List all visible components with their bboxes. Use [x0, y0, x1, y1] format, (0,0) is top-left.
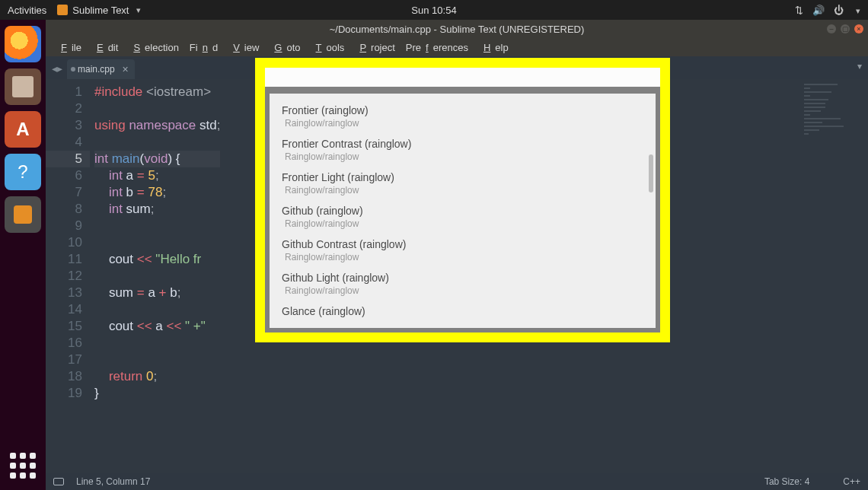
code-view[interactable]: #include <iostream> using namespace std;… [90, 79, 220, 473]
status-panel-icon[interactable] [53, 478, 64, 485]
app-menu[interactable]: Sublime Text [57, 5, 141, 16]
palette-item-title: Frontier Light (rainglow) [282, 171, 656, 183]
network-icon[interactable]: ⇅ [795, 5, 803, 16]
palette-scrollbar[interactable] [649, 154, 653, 192]
line-gutter: 12345678910111213141516171819 [46, 79, 90, 473]
menu-file[interactable]: File [52, 40, 86, 55]
palette-item[interactable]: Github Light (rainglow)Rainglow/rainglow [282, 272, 656, 296]
launcher-sublime[interactable] [5, 196, 41, 233]
unity-launcher: ? [0, 20, 46, 490]
palette-item[interactable]: Github (rainglow)Rainglow/rainglow [282, 205, 656, 229]
sublime-icon [57, 5, 68, 15]
palette-item[interactable]: Frontier (rainglow)Rainglow/rainglow [282, 104, 656, 129]
app-menu-label: Sublime Text [72, 5, 129, 16]
command-palette-highlight: Frontier (rainglow)Rainglow/rainglowFron… [255, 58, 670, 342]
launcher-files[interactable] [5, 68, 41, 105]
volume-icon[interactable]: 🔊 [812, 5, 825, 16]
launcher-firefox[interactable] [5, 26, 41, 62]
palette-item-title: Github Contrast (rainglow) [282, 238, 656, 250]
tab-nav-arrows[interactable]: ◂▸ [49, 62, 67, 79]
command-palette-input[interactable] [265, 68, 660, 87]
menu-edit[interactable]: Edit [88, 40, 123, 55]
command-palette-list[interactable]: Frontier (rainglow)Rainglow/rainglowFron… [270, 94, 656, 328]
palette-item-sub: Rainglow/rainglow [282, 118, 656, 129]
window-maximize-button[interactable]: ▢ [841, 24, 850, 33]
palette-item-title: Github (rainglow) [282, 205, 656, 217]
panel-clock[interactable]: Sun 10:54 [411, 5, 456, 16]
window-title: ~/Documents/main.cpp - Sublime Text (UNR… [330, 24, 585, 35]
palette-item-sub: Rainglow/rainglow [282, 285, 656, 296]
palette-item-sub: Rainglow/rainglow [282, 185, 656, 196]
power-icon[interactable]: ⏻ [834, 5, 844, 16]
palette-item[interactable]: Frontier Contrast (rainglow)Rainglow/rai… [282, 138, 656, 162]
show-apps-button[interactable] [8, 450, 38, 481]
palette-item[interactable]: Glance (rainglow) [282, 305, 656, 317]
menu-project[interactable]: Project [350, 40, 399, 55]
gnome-top-panel: Activities Sublime Text Sun 10:54 ⇅ 🔊 ⏻ [0, 0, 868, 20]
status-syntax[interactable]: C++ [843, 476, 860, 487]
launcher-help[interactable]: ? [5, 154, 41, 190]
palette-item-title: Frontier (rainglow) [282, 104, 656, 116]
menu-bar: FileEditSelectionFindViewGotoToolsProjec… [46, 38, 868, 56]
palette-item[interactable]: Github Contrast (rainglow)Rainglow/raing… [282, 238, 656, 262]
menu-find[interactable]: Find [185, 40, 222, 55]
window-close-button[interactable]: × [854, 24, 863, 33]
status-tab-size[interactable]: Tab Size: 4 [764, 476, 809, 487]
menu-tools[interactable]: Tools [307, 40, 349, 55]
palette-item-sub: Rainglow/rainglow [282, 252, 656, 262]
menu-preferences[interactable]: Preferences [401, 40, 473, 55]
system-menu-icon[interactable] [853, 5, 860, 16]
menu-selection[interactable]: Selection [124, 40, 183, 55]
window-minimize-button[interactable]: – [827, 24, 836, 33]
palette-item-sub: Rainglow/rainglow [282, 151, 656, 162]
tab-overflow-button[interactable]: ▾ [857, 61, 862, 72]
launcher-software[interactable] [5, 111, 41, 148]
activities-button[interactable]: Activities [8, 5, 46, 16]
status-bar: Line 5, Column 17 Tab Size: 4 C++ [46, 473, 868, 490]
tab-label: main.cpp [78, 64, 115, 75]
palette-item-title: Glance (rainglow) [282, 305, 656, 317]
palette-item-title: Github Light (rainglow) [282, 272, 656, 284]
menu-view[interactable]: View [224, 40, 263, 55]
minimap[interactable] [804, 84, 865, 129]
command-palette: Frontier (rainglow)Rainglow/rainglowFron… [265, 68, 660, 332]
palette-item[interactable]: Frontier Light (rainglow)Rainglow/raingl… [282, 171, 656, 196]
menu-help[interactable]: Help [474, 40, 513, 55]
status-position: Line 5, Column 17 [76, 476, 150, 487]
palette-item-sub: Rainglow/rainglow [282, 218, 656, 229]
menu-goto[interactable]: Goto [265, 40, 305, 55]
palette-item-title: Frontier Contrast (rainglow) [282, 138, 656, 150]
tab-main-cpp[interactable]: main.cpp [67, 59, 135, 79]
window-titlebar[interactable]: ~/Documents/main.cpp - Sublime Text (UNR… [46, 20, 868, 38]
